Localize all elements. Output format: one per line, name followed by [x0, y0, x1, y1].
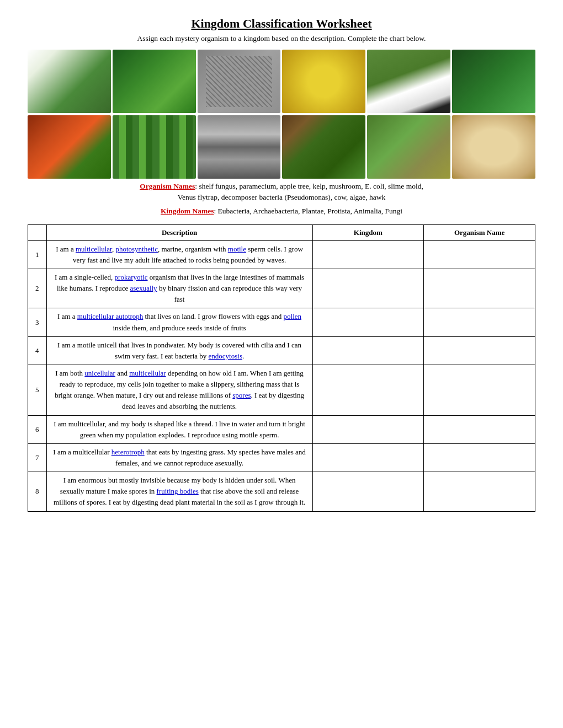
kingdom-names-text: : Eubacteria, Archaebacteria, Plantae, P… — [214, 207, 402, 215]
row-num-7: 7 — [28, 443, 47, 472]
col-header-organism: Organism Name — [424, 224, 535, 240]
hl-unicellular: unicellular — [84, 369, 115, 377]
row-orgname-6[interactable] — [424, 415, 535, 443]
table-row: 8 I am enormous but mostly invisible bec… — [28, 472, 535, 511]
row-kingdom-8[interactable] — [312, 472, 424, 511]
row-num-5: 5 — [28, 365, 47, 416]
image-yellow — [282, 50, 365, 113]
row-orgname-1[interactable] — [424, 240, 535, 269]
image-bacteria1 — [198, 50, 281, 113]
row-kingdom-2[interactable] — [312, 269, 424, 308]
image-cow — [367, 50, 450, 113]
row-orgname-5[interactable] — [424, 365, 535, 416]
row-kingdom-4[interactable] — [312, 336, 424, 365]
image-plant1 — [28, 50, 111, 113]
table-row: 1 I am a multicellular, photosynthetic, … — [28, 240, 535, 269]
image-venus — [28, 115, 111, 179]
images-row-2 — [28, 115, 535, 179]
organism-names-label: Organism Names — [140, 182, 195, 190]
col-header-num — [28, 224, 47, 240]
row-orgname-4[interactable] — [424, 336, 535, 365]
row-orgname-3[interactable] — [424, 308, 535, 336]
hl-multicellular-autotroph: multicellular autotroph — [77, 312, 144, 320]
row-num-3: 3 — [28, 308, 47, 336]
hl-photosynthetic: photosynthetic — [115, 245, 158, 253]
image-bird — [367, 115, 450, 179]
hl-asexually: asexually — [130, 284, 157, 292]
image-bamboo — [113, 115, 196, 179]
hl-multicellular-1: multicellular — [76, 245, 112, 253]
row-desc-5: I am both unicellular and multicellular … — [46, 365, 312, 416]
image-amoeba — [452, 115, 535, 179]
row-num-1: 1 — [28, 240, 47, 269]
row-kingdom-6[interactable] — [312, 415, 424, 443]
images-row-1 — [28, 50, 535, 113]
hl-motile-1: motile — [228, 245, 246, 253]
row-num-8: 8 — [28, 472, 47, 511]
row-kingdom-1[interactable] — [312, 240, 424, 269]
hl-prokaryotic: prokaryotic — [115, 273, 148, 281]
hl-pollen: pollen — [284, 312, 302, 320]
organism-names-text: : shelf fungus, paramecium, apple tree, … — [195, 182, 423, 190]
row-orgname-7[interactable] — [424, 443, 535, 472]
page-title: Kingdom Classification Worksheet — [28, 17, 535, 31]
row-desc-7: I am a multicellular heterotroph that ea… — [46, 443, 312, 472]
table-row: 7 I am a multicellular heterotroph that … — [28, 443, 535, 472]
row-desc-1: I am a multicellular, photosynthetic, ma… — [46, 240, 312, 269]
row-num-2: 2 — [28, 269, 47, 308]
row-kingdom-5[interactable] — [312, 365, 424, 416]
organism-names-line2: Venus flytrap, decomposer bacteria (Pseu… — [178, 193, 386, 201]
row-kingdom-3[interactable] — [312, 308, 424, 336]
row-orgname-2[interactable] — [424, 269, 535, 308]
col-header-kingdom: Kingdom — [312, 224, 424, 240]
row-num-4: 4 — [28, 336, 47, 365]
hl-fruiting-bodies: fruiting bodies — [157, 487, 199, 495]
table-row: 4 I am a motile unicell that lives in po… — [28, 336, 535, 365]
image-bacteria2 — [452, 50, 535, 113]
row-desc-4: I am a motile unicell that lives in pond… — [46, 336, 312, 365]
organism-names: Organism Names: shelf fungus, paramecium… — [28, 181, 535, 204]
hl-spores-5: spores — [232, 391, 251, 399]
table-row: 3 I am a multicellular autotroph that li… — [28, 308, 535, 336]
image-mushroom — [198, 115, 281, 179]
table-row: 6 I am multicellular, and my body is sha… — [28, 415, 535, 443]
table-row: 2 I am a single-celled, prokaryotic orga… — [28, 269, 535, 308]
hl-heterotroph: heterotroph — [111, 448, 145, 456]
hl-endocytosis: endocytosis — [209, 352, 242, 360]
classification-table: Description Kingdom Organism Name 1 I am… — [28, 224, 535, 512]
image-tree — [282, 115, 365, 179]
row-desc-3: I am a multicellular autotroph that live… — [46, 308, 312, 336]
hl-multicellular-2: multicellular — [129, 369, 166, 377]
image-plant2 — [113, 50, 196, 113]
row-desc-6: I am multicellular, and my body is shape… — [46, 415, 312, 443]
kingdom-names-label: Kingdom Names — [161, 207, 214, 215]
row-kingdom-7[interactable] — [312, 443, 424, 472]
kingdom-names: Kingdom Names: Eubacteria, Archaebacteri… — [28, 206, 535, 217]
row-desc-2: I am a single-celled, prokaryotic organi… — [46, 269, 312, 308]
row-desc-8: I am enormous but mostly invisible becau… — [46, 472, 312, 511]
table-row: 5 I am both unicellular and multicellula… — [28, 365, 535, 416]
row-num-6: 6 — [28, 415, 47, 443]
col-header-description: Description — [46, 224, 312, 240]
subtitle: Assign each mystery organism to a kingdo… — [28, 34, 535, 43]
row-orgname-8[interactable] — [424, 472, 535, 511]
